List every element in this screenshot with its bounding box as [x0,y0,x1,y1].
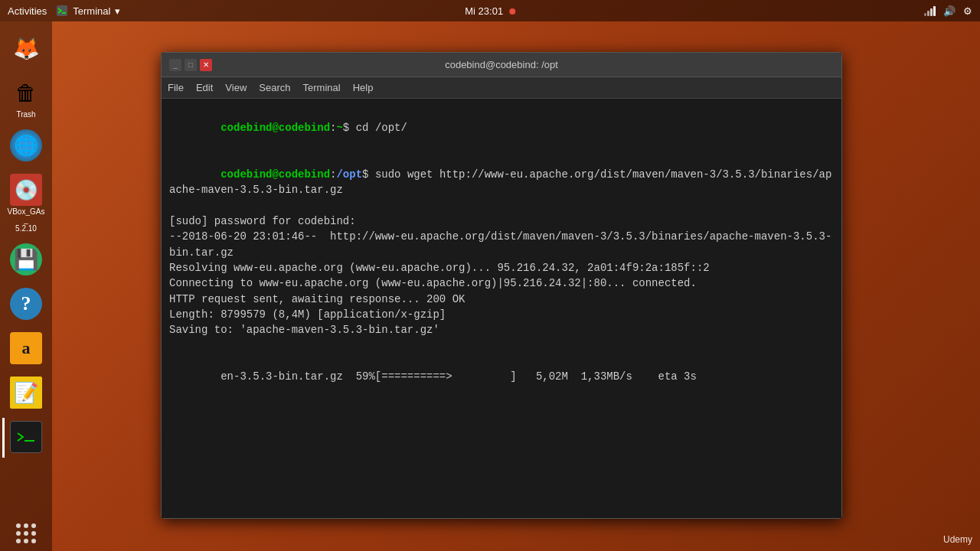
apps-grid-icon [16,523,36,543]
vbox-label: VBox_GAs_ 5.2.10 [6,207,46,233]
cmd-1: cd /opt/ [356,122,407,134]
activities-button[interactable]: Activities [8,5,47,17]
terminal-line-3: [sudo] password for codebind: [169,214,834,229]
network-status-icon [924,5,936,16]
maximize-button[interactable]: □ [185,59,197,71]
sidebar-item-notes[interactable]: 📝 [3,373,49,413]
topbar-clock: Mi 23:01 [465,5,515,17]
desktop: Activities Terminal ▾ Mi 23:01 🔊 [0,0,980,551]
terminal-line-1: codebind@codebind:~$ cd /opt/ [169,105,834,152]
prompt-dir-2: /opt [336,168,362,181]
progress-text: en-3.5.3-bin.tar.gz 59%[==========> ] 5,… [220,370,697,383]
menu-file[interactable]: File [168,82,184,93]
amazon-icon: a [10,332,42,364]
prompt-user-1: codebind@codebind [220,122,330,134]
sidebar-item-firefox[interactable]: 🦊 [3,29,49,69]
terminal-line-9: Saving to: 'apache-maven-3.5.3-bin.tar.g… [169,322,834,337]
sidebar-item-trash[interactable]: 🗑 Trash [3,73,49,122]
menu-view[interactable]: View [225,82,247,93]
vbox-icon: 💿 [10,174,42,206]
menu-edit[interactable]: Edit [196,82,213,93]
terminal-line-2: codebind@codebind:/opt$ sudo wget http:/… [169,152,834,214]
recording-indicator [509,8,515,15]
show-apps-button[interactable] [16,523,36,543]
topbar-app-arrow: ▾ [115,5,120,17]
prompt-home-1: ~ [336,122,342,134]
close-button[interactable]: ✕ [200,59,212,71]
terminal-titlebar: _ □ ✕ codebind@codebind: /opt [162,53,841,77]
topbar-left: Activities Terminal ▾ [8,5,120,17]
help-icon: ? [10,288,42,320]
terminal-line-4: --2018-06-20 23:01:46-- http://www-eu.ap… [169,229,834,260]
topbar-app[interactable]: Terminal ▾ [56,5,120,17]
sidebar-item-network[interactable]: 🌐 [3,126,49,166]
sidebar: 🦊 🗑 Trash 🌐 💿 VBox_GAs_ 5.2.10 💾 ? a [0,21,52,551]
volume-icon: 🔊 [943,5,956,17]
window-controls: _ □ ✕ [169,59,212,71]
prompt-dollar-1: $ [343,122,356,134]
topbar-app-name: Terminal [73,5,110,17]
trash-label: Trash [16,110,35,119]
terminal-line-7: HTTP request sent, awaiting response... … [169,292,834,307]
terminal-line-progress: en-3.5.3-bin.tar.gz 59%[==========> ] 5,… [169,354,834,400]
firefox-icon: 🦊 [10,32,42,64]
terminal-menubar: File Edit View Search Terminal Help [162,77,841,99]
svg-rect-2 [15,429,38,445]
terminal-window: _ □ ✕ codebind@codebind: /opt File Edit … [161,52,842,519]
terminal-dock-icon [10,421,42,453]
sidebar-item-terminal[interactable] [2,418,48,458]
prompt-dollar-2: $ [362,168,375,181]
prompt-user-2: codebind@codebind [220,168,330,181]
topbar-right: 🔊 ⚙ [924,5,972,17]
system-icon: ⚙ [963,5,972,17]
topbar: Activities Terminal ▾ Mi 23:01 🔊 [0,0,980,21]
terminal-line-6: Connecting to www-eu.apache.org (www-eu.… [169,276,834,291]
terminal-line-5: Resolving www-eu.apache.org (www-eu.apac… [169,260,834,276]
terminal-line-empty [169,337,834,353]
menu-terminal[interactable]: Terminal [303,82,341,93]
udemy-brand: Udemy [943,534,972,545]
sidebar-item-help[interactable]: ? [3,285,49,324]
terminal-app-icon [56,5,68,17]
disks-icon: 💾 [10,243,42,276]
terminal-line-8: Length: 8799579 (8,4M) [application/x-gz… [169,307,834,322]
network-icon: 🌐 [10,129,42,161]
trash-icon: 🗑 [10,77,42,109]
sidebar-item-disks[interactable]: 💾 [3,240,49,280]
terminal-title: codebind@codebind: /opt [445,59,558,70]
minimize-button[interactable]: _ [169,59,181,71]
menu-help[interactable]: Help [353,82,374,93]
sidebar-item-amazon[interactable]: a [3,329,49,369]
terminal-content[interactable]: codebind@codebind:~$ cd /opt/ codebind@c… [162,99,841,518]
menu-search[interactable]: Search [259,82,290,93]
notes-icon: 📝 [10,377,42,409]
sidebar-item-vbox[interactable]: 💿 VBox_GAs_ 5.2.10 [3,171,49,236]
